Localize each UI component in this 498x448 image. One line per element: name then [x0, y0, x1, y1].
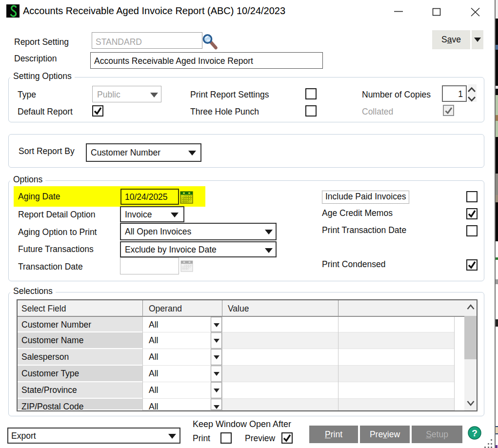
svg-text:?: ? — [472, 428, 478, 438]
